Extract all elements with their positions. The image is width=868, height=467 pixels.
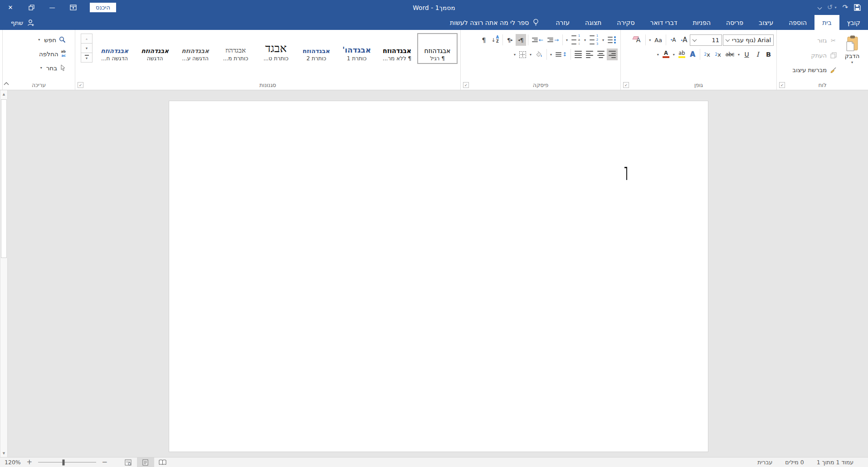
undo-dropdown-caret-icon[interactable]: ▾ bbox=[834, 5, 836, 10]
tab-help[interactable]: עזרה bbox=[548, 15, 577, 30]
scroll-up-button[interactable]: ▲ bbox=[0, 90, 7, 98]
align-right-button[interactable] bbox=[607, 49, 618, 60]
page-number-indicator[interactable]: עמוד 1 מתוך 1 bbox=[817, 459, 853, 466]
paste-button[interactable]: הדבק ▾ bbox=[839, 33, 865, 79]
restore-window-button[interactable] bbox=[21, 0, 42, 15]
change-case-caret-icon[interactable]: ▾ bbox=[648, 38, 652, 42]
bullets-button[interactable] bbox=[606, 34, 618, 46]
tab-view[interactable]: תצוגה bbox=[577, 15, 609, 30]
tell-me-box[interactable]: ספר לי מה אתה רוצה לעשות bbox=[441, 15, 548, 30]
align-left-button[interactable] bbox=[584, 49, 595, 60]
tab-home[interactable]: בית bbox=[814, 15, 839, 30]
change-case-button[interactable]: Aa bbox=[653, 34, 664, 46]
style-heading2[interactable]: אבגדהוזח כותרת 2 bbox=[296, 33, 336, 64]
zoom-slider-thumb[interactable] bbox=[63, 459, 65, 465]
multilevel-caret-icon[interactable]: ▾ bbox=[565, 38, 569, 42]
font-name-combobox[interactable]: Arial (גוף עברי) bbox=[723, 34, 774, 46]
document-page[interactable] bbox=[169, 101, 708, 452]
redo-button[interactable]: ↷ bbox=[842, 4, 848, 11]
superscript-button[interactable]: x2 bbox=[702, 49, 712, 60]
strikethrough-button[interactable]: abc bbox=[724, 49, 736, 60]
tab-file[interactable]: קובץ bbox=[839, 15, 868, 30]
align-center-button[interactable] bbox=[595, 49, 606, 60]
sign-in-button[interactable]: היכנס bbox=[90, 3, 116, 12]
numbering-button[interactable]: 1 2 3 bbox=[588, 34, 600, 46]
shading-button[interactable] bbox=[533, 49, 545, 60]
clear-formatting-button[interactable]: A bbox=[633, 34, 644, 46]
line-spacing-caret-icon[interactable]: ▾ bbox=[549, 53, 553, 57]
numbering-caret-icon[interactable]: ▾ bbox=[583, 38, 587, 42]
italic-button[interactable]: I bbox=[752, 49, 763, 60]
increase-indent-button[interactable]: → bbox=[546, 34, 561, 46]
styles-scroll-down-button[interactable]: ▾ bbox=[81, 43, 93, 53]
grow-font-button[interactable]: A▴ bbox=[679, 34, 689, 46]
line-spacing-button[interactable]: ↕ bbox=[554, 49, 569, 60]
style-subtitle[interactable]: אבגדהוז כותרת מ... bbox=[215, 33, 256, 64]
find-button[interactable]: חפש ▾ bbox=[5, 33, 72, 47]
customize-qat-chevron-icon[interactable] bbox=[817, 5, 822, 10]
rtl-text-direction-button[interactable]: ¶◂ bbox=[516, 34, 526, 46]
tab-references[interactable]: הפניות bbox=[685, 15, 718, 30]
format-painter-button[interactable]: מברשת עיצוב bbox=[793, 64, 837, 76]
justify-button[interactable] bbox=[573, 49, 584, 60]
subscript-button[interactable]: x2 bbox=[713, 49, 723, 60]
font-size-combobox[interactable]: 11 bbox=[690, 34, 722, 46]
show-paragraph-marks-button[interactable]: ¶ bbox=[478, 34, 489, 46]
tab-mailings[interactable]: דברי דואר bbox=[643, 15, 685, 30]
styles-dialog-launcher[interactable]: ↙ bbox=[78, 82, 83, 88]
zoom-out-button[interactable]: − bbox=[102, 459, 108, 466]
text-effects-button[interactable]: A bbox=[688, 49, 698, 60]
font-color-button[interactable]: A bbox=[661, 49, 671, 60]
save-button[interactable] bbox=[854, 4, 861, 11]
scrollbar-thumb[interactable] bbox=[1, 99, 7, 258]
style-emphasis[interactable]: אבגדהוזח הדגשה bbox=[135, 33, 175, 64]
close-window-button[interactable]: ✕ bbox=[0, 0, 21, 15]
highlight-color-button[interactable]: ab bbox=[677, 49, 687, 60]
style-no-spacing[interactable]: אבגדהוזח ¶ ללא מר... bbox=[377, 33, 417, 64]
tab-review[interactable]: סקירה bbox=[609, 15, 642, 30]
cut-button[interactable]: ✂ גזור bbox=[793, 35, 837, 46]
borders-button[interactable] bbox=[517, 49, 528, 60]
language-indicator[interactable]: עברית bbox=[757, 459, 772, 466]
style-heading1[interactable]: אבגדהו' כותרת 1 bbox=[336, 33, 377, 64]
undo-button[interactable]: ↺ bbox=[827, 4, 833, 11]
print-layout-view-button[interactable] bbox=[137, 457, 154, 467]
font-size-dropdown[interactable] bbox=[690, 35, 699, 45]
paragraph-dialog-launcher[interactable]: ↙ bbox=[463, 82, 469, 88]
tab-layout[interactable]: פריסה bbox=[718, 15, 751, 30]
styles-more-button[interactable]: ▾ bbox=[81, 53, 93, 63]
replace-button[interactable]: ab ac החלפה bbox=[5, 47, 72, 61]
multilevel-list-button[interactable]: 1 a i bbox=[570, 34, 582, 46]
tab-design[interactable]: עיצוב bbox=[751, 15, 781, 30]
style-intense-emphasis[interactable]: אבגדהוזח הדגשה ח... bbox=[94, 33, 135, 64]
collapse-ribbon-button[interactable] bbox=[4, 78, 9, 87]
zoom-level[interactable]: 120% bbox=[5, 459, 21, 466]
style-normal[interactable]: אבגדהוזח ¶ רגיל bbox=[417, 33, 458, 64]
minimize-window-button[interactable]: — bbox=[42, 0, 63, 15]
ltr-text-direction-button[interactable]: ▸¶ bbox=[505, 34, 515, 46]
highlight-caret-icon[interactable]: ▾ bbox=[672, 53, 676, 57]
borders-caret-icon[interactable]: ▾ bbox=[512, 53, 517, 57]
underline-button[interactable]: U bbox=[741, 49, 752, 60]
clipboard-dialog-launcher[interactable]: ↙ bbox=[779, 82, 785, 88]
styles-scroll-up-button[interactable]: ▴ bbox=[81, 34, 93, 44]
style-title[interactable]: אבגד כותרת ט... bbox=[256, 33, 296, 64]
bold-button[interactable]: B bbox=[763, 49, 774, 60]
font-name-dropdown[interactable] bbox=[723, 35, 732, 45]
font-dialog-launcher[interactable]: ↙ bbox=[623, 82, 629, 88]
scroll-down-button[interactable]: ▼ bbox=[0, 449, 7, 457]
copy-button[interactable]: העתק bbox=[793, 50, 837, 61]
shrink-font-button[interactable]: A▾ bbox=[668, 34, 678, 46]
zoom-in-button[interactable]: + bbox=[26, 459, 33, 466]
ribbon-display-options-button[interactable] bbox=[63, 0, 83, 15]
tab-insert[interactable]: הוספה bbox=[781, 15, 814, 30]
zoom-slider[interactable] bbox=[38, 457, 96, 467]
web-layout-view-button[interactable] bbox=[120, 457, 137, 467]
word-count-indicator[interactable]: 0 מילים bbox=[785, 459, 804, 466]
share-button[interactable]: שתף bbox=[0, 15, 45, 30]
style-subtle-emphasis[interactable]: אבגדהוזח הדגשה ע... bbox=[175, 33, 215, 64]
bullets-caret-icon[interactable]: ▾ bbox=[601, 38, 605, 42]
underline-caret-icon[interactable]: ▾ bbox=[736, 53, 741, 57]
decrease-indent-button[interactable]: ← bbox=[530, 34, 545, 46]
shading-caret-icon[interactable]: ▾ bbox=[528, 53, 533, 57]
